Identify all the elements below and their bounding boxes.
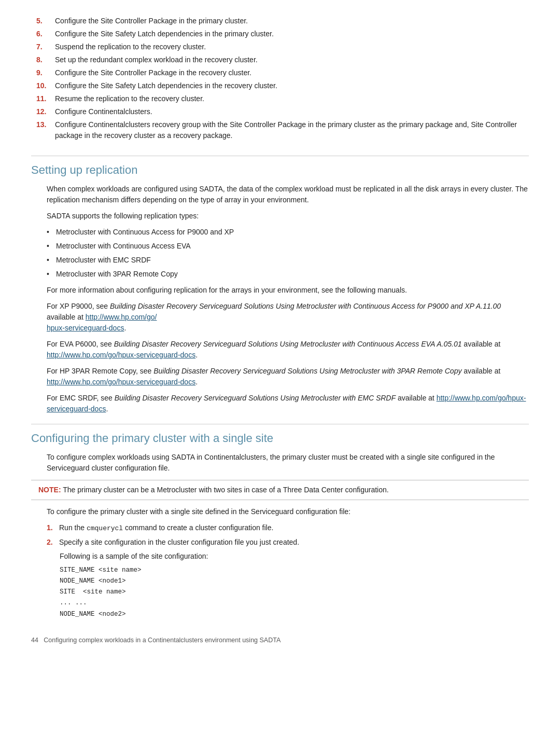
- ref3-italic: Building Disaster Recovery Serviceguard …: [153, 367, 461, 375]
- ref3-prefix: For HP 3PAR Remote Copy, see: [47, 367, 153, 375]
- top-numbered-list: 5. Configure the Site Controller Package…: [31, 16, 529, 141]
- list-item-8: 8. Set up the redundant complex workload…: [31, 54, 529, 65]
- item-text-9: Configure the Site Controller Package in…: [55, 67, 529, 78]
- list-item-13: 13. Configure Continentalclusters recove…: [31, 119, 529, 141]
- item-text-5: Configure the Site Controller Package in…: [55, 16, 529, 26]
- ref4-suffix: .: [106, 405, 108, 413]
- list-item-7: 7. Suspend the replication to the recove…: [31, 42, 529, 52]
- item-num-10: 10.: [36, 80, 55, 91]
- ref1-italic: Building Disaster Recovery Serviceguard …: [110, 302, 501, 310]
- list-item-11: 11. Resume the replication to the recove…: [31, 93, 529, 104]
- section1-para3: For more information about configuring r…: [47, 285, 529, 296]
- section1-para2: SADTA supports the following replication…: [47, 211, 529, 222]
- code-label: Following is a sample of the site config…: [60, 551, 529, 562]
- ref4-italic: Building Disaster Recovery Serviceguard …: [115, 394, 396, 402]
- list-item-6: 6. Configure the Site Safety Latch depen…: [31, 29, 529, 39]
- step-2: 2. Specify a site configuration in the c…: [47, 537, 529, 548]
- ref-3par: For HP 3PAR Remote Copy, see Building Di…: [47, 366, 529, 388]
- ref3-suffix: .: [195, 378, 198, 386]
- item-num-12: 12.: [36, 106, 55, 117]
- item-text-8: Set up the redundant complex workload in…: [55, 54, 529, 65]
- replication-types-list: Metrocluster with Continuous Access for …: [47, 227, 529, 280]
- item-text-13: Configure Continentalclusters recovery g…: [55, 119, 529, 141]
- ref-emc-srdf: For EMC SRDF, see Building Disaster Reco…: [47, 393, 529, 415]
- item-text-6: Configure the Site Safety Latch dependen…: [55, 29, 529, 39]
- ref2-link[interactable]: http://www.hp.com/go/hpux-serviceguard-d…: [47, 351, 195, 359]
- item-text-7: Suspend the replication to the recovery …: [55, 42, 529, 52]
- ref4-prefix: For EMC SRDF, see: [47, 394, 115, 402]
- list-item-9: 9. Configure the Site Controller Package…: [31, 67, 529, 78]
- ref-xp-p9000: For XP P9000, see Building Disaster Reco…: [47, 301, 529, 334]
- step1-num: 1.: [47, 522, 59, 533]
- step2-num: 2.: [47, 537, 59, 548]
- code-block: SITE_NAME <site name> NODE_NAME <node1> …: [60, 565, 529, 620]
- item-num-5: 5.: [36, 16, 55, 26]
- item-num-7: 7.: [36, 42, 55, 52]
- item-num-9: 9.: [36, 67, 55, 78]
- step-1: 1. Run the cmquerycl command to create a…: [47, 522, 529, 534]
- ref2-suffix: .: [195, 351, 198, 359]
- bullet-item-4: Metrocluster with 3PAR Remote Copy: [47, 269, 529, 280]
- note-box: NOTE: The primary cluster can be a Metro…: [31, 480, 529, 500]
- page-number: 44: [31, 637, 38, 644]
- steps-list: 1. Run the cmquerycl command to create a…: [47, 522, 529, 548]
- section2-para2: To configure the primary cluster with a …: [47, 506, 529, 517]
- list-item-12: 12. Configure Continentalclusters.: [31, 106, 529, 117]
- step2-text: Specify a site configuration in the clus…: [59, 537, 299, 548]
- item-num-13: 13.: [36, 119, 55, 130]
- step1-code: cmquerycl: [87, 524, 123, 532]
- list-item-10: 10. Configure the Site Safety Latch depe…: [31, 80, 529, 91]
- section1-divider: [31, 156, 529, 156]
- footer-text: Configuring complex workloads in a Conti…: [44, 637, 281, 644]
- item-num-8: 8.: [36, 54, 55, 65]
- item-text-11: Resume the replication to the recovery c…: [55, 93, 529, 104]
- ref2-middle: available at: [461, 340, 500, 348]
- item-text-10: Configure the Site Safety Latch dependen…: [55, 80, 529, 91]
- ref1-prefix: For XP P9000, see: [47, 302, 110, 310]
- ref3-middle: available at: [461, 367, 500, 375]
- item-text-12: Configure Continentalclusters.: [55, 106, 529, 117]
- ref-eva-p6000: For EVA P6000, see Building Disaster Rec…: [47, 339, 529, 361]
- note-content: The primary cluster can be a Metrocluste…: [63, 486, 388, 494]
- ref2-prefix: For EVA P6000, see: [47, 340, 114, 348]
- section2-heading: Configuring the primary cluster with a s…: [31, 430, 529, 447]
- bullet-item-2: Metrocluster with Continuous Access EVA: [47, 241, 529, 252]
- section1-para1: When complex workloads are configured us…: [47, 184, 529, 205]
- ref1-suffix: .: [124, 324, 126, 332]
- note-label: NOTE:: [38, 486, 61, 494]
- step1-text: Run the cmquerycl command to create a cl…: [59, 522, 273, 534]
- list-item-5: 5. Configure the Site Controller Package…: [31, 16, 529, 26]
- section2-para1: To configure complex workloads using SAD…: [47, 452, 529, 474]
- ref3-link[interactable]: http://www.hp.com/go/hpux-serviceguard-d…: [47, 378, 195, 386]
- ref1-middle: available at: [47, 313, 86, 321]
- section1-heading: Setting up replication: [31, 161, 529, 178]
- bullet-item-3: Metrocluster with EMC SRDF: [47, 255, 529, 266]
- page-footer: 44 Configuring complex workloads in a Co…: [31, 636, 529, 645]
- section2-divider: [31, 424, 529, 424]
- bullet-item-1: Metrocluster with Continuous Access for …: [47, 227, 529, 238]
- ref2-italic: Building Disaster Recovery Serviceguard …: [114, 340, 462, 348]
- ref4-middle: available at: [396, 394, 437, 402]
- item-num-11: 11.: [36, 93, 55, 104]
- item-num-6: 6.: [36, 29, 55, 39]
